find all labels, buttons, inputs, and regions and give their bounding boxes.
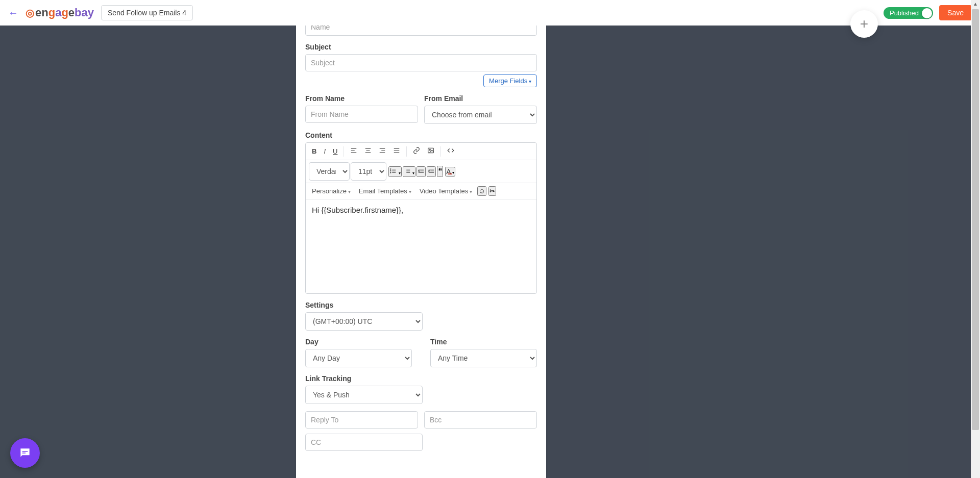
align-justify-button[interactable] bbox=[390, 145, 403, 158]
bullet-list-button[interactable]: ▾ bbox=[388, 166, 402, 177]
blockquote-button[interactable]: “ bbox=[437, 166, 443, 177]
align-center-button[interactable] bbox=[361, 145, 375, 158]
align-right-button[interactable] bbox=[376, 145, 389, 158]
outdent-button[interactable] bbox=[416, 166, 426, 177]
link-tracking-select[interactable]: Yes & Push bbox=[305, 386, 423, 404]
align-left-button[interactable] bbox=[347, 145, 360, 158]
save-button[interactable]: Save bbox=[939, 5, 972, 20]
scroll-up-arrow[interactable]: ▲ bbox=[971, 1, 980, 7]
label-day: Day bbox=[305, 338, 412, 346]
label-from-email: From Email bbox=[424, 94, 537, 103]
personalize-menu[interactable]: Personalize bbox=[309, 185, 354, 197]
cut-button[interactable]: ✂ bbox=[488, 186, 496, 196]
svg-point-4 bbox=[390, 168, 391, 169]
font-family-select[interactable]: Verdana bbox=[309, 162, 350, 181]
from-email-select[interactable]: Choose from email bbox=[424, 106, 537, 124]
label-link-tracking: Link Tracking bbox=[305, 374, 537, 383]
add-node-button[interactable]: + bbox=[850, 10, 878, 38]
image-button[interactable] bbox=[424, 145, 437, 158]
brand-logo[interactable]: ◎ engagebay bbox=[26, 6, 94, 19]
editor-toolbar-row1: B I U bbox=[306, 143, 536, 160]
app-header: ← ◎ engagebay Send Follow up Emails 4 Pu… bbox=[0, 0, 980, 26]
published-toggle[interactable]: Published bbox=[884, 7, 933, 19]
link-button[interactable] bbox=[410, 145, 423, 158]
code-button[interactable] bbox=[444, 145, 457, 158]
emoji-button[interactable]: ☺ bbox=[477, 186, 486, 196]
editor-toolbar-row2: Verdana 11pt ▾ ▾ “ A ▾ bbox=[306, 160, 536, 183]
reply-to-input[interactable] bbox=[305, 411, 418, 429]
text-color-button[interactable]: A ▾ bbox=[445, 167, 455, 177]
label-subject: Subject bbox=[305, 43, 537, 51]
label-content: Content bbox=[305, 131, 537, 139]
email-editor-panel: Email Name Subject Merge Fields From Nam… bbox=[296, 0, 546, 478]
underline-button[interactable]: U bbox=[330, 145, 340, 157]
from-name-input[interactable] bbox=[305, 106, 418, 123]
indent-button[interactable] bbox=[427, 166, 436, 177]
automation-title[interactable]: Send Follow up Emails 4 bbox=[101, 5, 193, 20]
bcc-input[interactable] bbox=[424, 411, 537, 429]
bold-button[interactable]: B bbox=[309, 145, 320, 157]
email-templates-menu[interactable]: Email Templates bbox=[356, 185, 414, 197]
time-select[interactable]: Any Time bbox=[430, 349, 537, 367]
rich-text-editor: B I U Verdana 11pt ▾ ▾ “ A ▾ bbox=[305, 142, 537, 294]
label-time: Time bbox=[430, 338, 537, 346]
logo-icon: ◎ bbox=[26, 7, 34, 19]
label-from-name: From Name bbox=[305, 94, 418, 103]
timezone-select[interactable]: (GMT+00:00) UTC bbox=[305, 312, 423, 331]
label-settings: Settings bbox=[305, 301, 537, 309]
subject-input[interactable] bbox=[305, 54, 537, 71]
chat-widget-button[interactable] bbox=[10, 438, 40, 468]
svg-point-3 bbox=[429, 149, 430, 150]
editor-toolbar-row3: Personalize Email Templates Video Templa… bbox=[306, 183, 536, 199]
scroll-thumb[interactable] bbox=[972, 9, 979, 430]
editor-body[interactable]: Hi {{Subscriber.firstname}}, bbox=[306, 199, 536, 293]
cc-input[interactable] bbox=[305, 434, 423, 451]
day-select[interactable]: Any Day bbox=[305, 349, 412, 367]
numbered-list-button[interactable]: ▾ bbox=[403, 166, 416, 177]
italic-button[interactable]: I bbox=[321, 145, 329, 157]
merge-fields-button[interactable]: Merge Fields bbox=[483, 74, 537, 87]
page-scrollbar[interactable]: ▲ bbox=[971, 0, 980, 478]
logo-text: en bbox=[35, 6, 48, 19]
svg-point-5 bbox=[390, 170, 391, 171]
back-arrow[interactable]: ← bbox=[8, 7, 18, 19]
video-templates-menu[interactable]: Video Templates bbox=[416, 185, 475, 197]
svg-point-6 bbox=[390, 172, 391, 172]
font-size-select[interactable]: 11pt bbox=[351, 162, 386, 181]
